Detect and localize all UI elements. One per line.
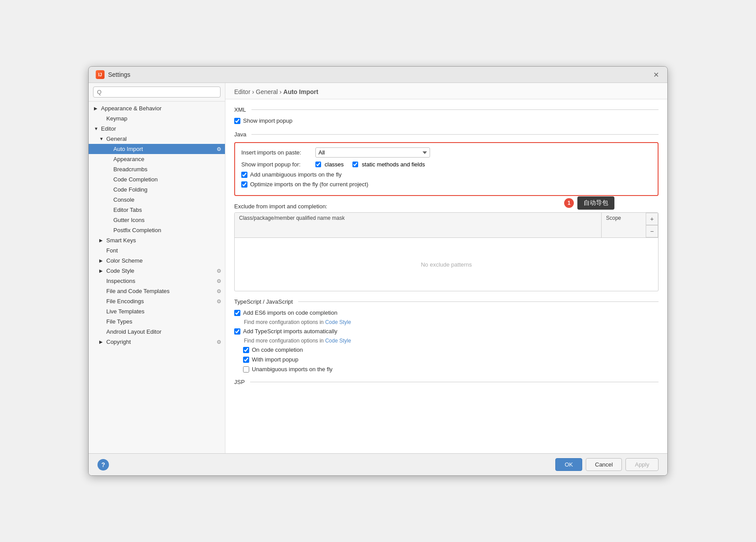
sidebar-item-code-style[interactable]: ▶ Code Style ⚙	[89, 266, 225, 276]
add-unambiguous-label[interactable]: Add unambiguous imports on the fly	[250, 171, 341, 178]
unambiguous-fly-label[interactable]: Unambiguous imports on the fly	[252, 366, 333, 373]
settings-icon: ⚙	[217, 298, 221, 305]
static-methods-checkbox[interactable]	[352, 162, 358, 167]
sidebar-item-auto-import[interactable]: Auto Import ⚙	[89, 144, 225, 154]
sidebar-item-editor-tabs[interactable]: Editor Tabs	[89, 205, 225, 215]
on-code-completion-row: On code completion	[234, 346, 659, 353]
code-style-link-2[interactable]: Code Style	[325, 338, 351, 344]
optimize-imports-checkbox[interactable]	[241, 181, 247, 188]
typescript-section: TypeScript / JavaScript Add ES6 imports …	[234, 298, 659, 373]
sidebar-item-copyright[interactable]: ▶ Copyright ⚙	[89, 337, 225, 347]
sidebar-item-code-completion[interactable]: Code Completion	[89, 174, 225, 184]
sidebar-label: Editor	[101, 125, 116, 132]
sidebar-item-color-scheme[interactable]: ▶ Color Scheme	[89, 256, 225, 266]
main-content: Editor › General › Auto Import XML Show …	[225, 83, 667, 453]
sidebar-item-file-code-templates[interactable]: File and Code Templates ⚙	[89, 286, 225, 296]
sidebar-item-inspections[interactable]: Inspections ⚙	[89, 276, 225, 286]
sidebar-item-file-types[interactable]: File Types	[89, 316, 225, 327]
on-code-completion-checkbox[interactable]	[243, 347, 249, 353]
breadcrumb: Editor › General › Auto Import	[225, 83, 667, 99]
sidebar-item-editor[interactable]: ▼ Editor	[89, 124, 225, 134]
apply-button[interactable]: Apply	[625, 458, 659, 471]
app-icon: IJ	[96, 70, 105, 79]
java-section: Java Insert imports on paste: All Ask Ne…	[234, 131, 659, 196]
breadcrumb-editor: Editor	[234, 88, 251, 95]
sidebar-label: Code Completion	[113, 176, 157, 183]
xml-section: XML Show import popup	[234, 106, 659, 124]
close-button[interactable]: ✕	[651, 70, 660, 79]
chevron-right-icon: ▶	[99, 268, 105, 273]
chevron-down-icon: ▼	[94, 126, 99, 131]
exclude-action-buttons: + −	[646, 213, 658, 237]
with-import-popup-label[interactable]: With import popup	[252, 356, 299, 363]
settings-icon: ⚙	[217, 268, 221, 274]
sidebar-label: Code Style	[106, 267, 135, 274]
optimize-imports-label[interactable]: Optimize imports on the fly (for current…	[250, 181, 368, 188]
unambiguous-fly-checkbox[interactable]	[243, 366, 249, 373]
add-ts-label[interactable]: Add TypeScript imports automatically	[243, 328, 337, 335]
sidebar-item-android-layout-editor[interactable]: Android Layout Editor	[89, 327, 225, 337]
code-style-link-1[interactable]: Code Style	[325, 319, 351, 325]
breadcrumb-sep2: ›	[280, 88, 284, 95]
sidebar-item-code-folding[interactable]: Code Folding	[89, 184, 225, 195]
action-buttons: OK Cancel Apply	[555, 458, 659, 471]
sidebar-item-general[interactable]: ▼ General	[89, 134, 225, 144]
sidebar-label: File and Code Templates	[106, 288, 170, 294]
classes-label[interactable]: classes	[325, 161, 344, 168]
sidebar-item-gutter-icons[interactable]: Gutter Icons	[89, 215, 225, 225]
search-input[interactable]	[93, 87, 221, 98]
sidebar-item-console[interactable]: Console	[89, 195, 225, 205]
sidebar-label: Inspections	[106, 278, 135, 284]
xml-show-import-popup-label[interactable]: Show import popup	[243, 117, 292, 124]
sidebar-label: File Encodings	[106, 298, 144, 305]
exclude-remove-button[interactable]: −	[646, 225, 658, 237]
insert-imports-select[interactable]: All Ask Never	[315, 147, 430, 158]
nav-tree: ▶ Appearance & Behavior Keymap ▼ Editor …	[89, 102, 225, 453]
xml-show-import-popup-checkbox[interactable]	[234, 118, 240, 124]
typescript-section-header: TypeScript / JavaScript	[234, 298, 659, 305]
help-button[interactable]: ?	[97, 459, 109, 470]
exclude-add-button[interactable]: +	[646, 213, 658, 225]
sidebar-item-font[interactable]: Font	[89, 245, 225, 256]
with-import-popup-checkbox[interactable]	[243, 357, 249, 363]
classes-checkbox[interactable]	[315, 162, 321, 167]
sidebar-item-postfix-completion[interactable]: Postfix Completion	[89, 225, 225, 235]
add-unambiguous-checkbox[interactable]	[241, 172, 247, 178]
dialog-body: ▶ Appearance & Behavior Keymap ▼ Editor …	[89, 83, 667, 453]
ok-button[interactable]: OK	[555, 458, 582, 471]
add-ts-checkbox[interactable]	[234, 328, 240, 335]
sidebar-label: Android Layout Editor	[106, 328, 161, 335]
badge-number: 1	[564, 198, 574, 208]
with-import-popup-row: With import popup	[234, 356, 659, 363]
sidebar-label: Editor Tabs	[113, 207, 142, 213]
sidebar-label: Keymap	[106, 115, 127, 122]
sidebar-item-keymap[interactable]: Keymap	[89, 113, 225, 124]
sidebar-item-breadcrumbs[interactable]: Breadcrumbs	[89, 164, 225, 174]
exclude-table-header: Class/package/member qualified name mask…	[235, 213, 658, 238]
on-code-completion-label[interactable]: On code completion	[252, 346, 303, 353]
sidebar-item-appearance-behavior[interactable]: ▶ Appearance & Behavior	[89, 103, 225, 113]
add-es6-checkbox[interactable]	[234, 310, 240, 316]
show-import-popup-for-row: Show import popup for: classes static me…	[241, 161, 651, 168]
add-es6-row: Add ES6 imports on code completion	[234, 309, 659, 316]
sidebar-item-file-encodings[interactable]: File Encodings ⚙	[89, 296, 225, 306]
find-more-1-text: Find more configuration options in	[244, 319, 324, 325]
static-methods-label[interactable]: static methods and fields	[362, 161, 425, 168]
optimize-imports-row: Optimize imports on the fly (for current…	[241, 181, 651, 188]
find-more-2-text: Find more configuration options in	[244, 338, 324, 344]
breadcrumb-general: General	[256, 88, 278, 95]
jsp-section: JSP	[234, 379, 659, 385]
chevron-right-icon: ▶	[94, 106, 99, 111]
sidebar-label: Color Scheme	[106, 257, 142, 264]
sidebar-item-live-templates[interactable]: Live Templates	[89, 306, 225, 316]
jsp-section-header: JSP	[234, 379, 659, 385]
sidebar-label: Auto Import	[113, 146, 143, 152]
chevron-down-icon: ▼	[99, 136, 105, 141]
sidebar-label: Breadcrumbs	[113, 166, 147, 173]
sidebar-item-smart-keys[interactable]: ▶ Smart Keys	[89, 235, 225, 245]
add-es6-label[interactable]: Add ES6 imports on code completion	[243, 309, 337, 316]
sidebar-item-appearance[interactable]: Appearance	[89, 154, 225, 164]
cancel-button[interactable]: Cancel	[586, 458, 622, 471]
sidebar-label: Font	[106, 247, 118, 254]
exclude-section: Exclude from import and completion: Clas…	[234, 203, 659, 291]
